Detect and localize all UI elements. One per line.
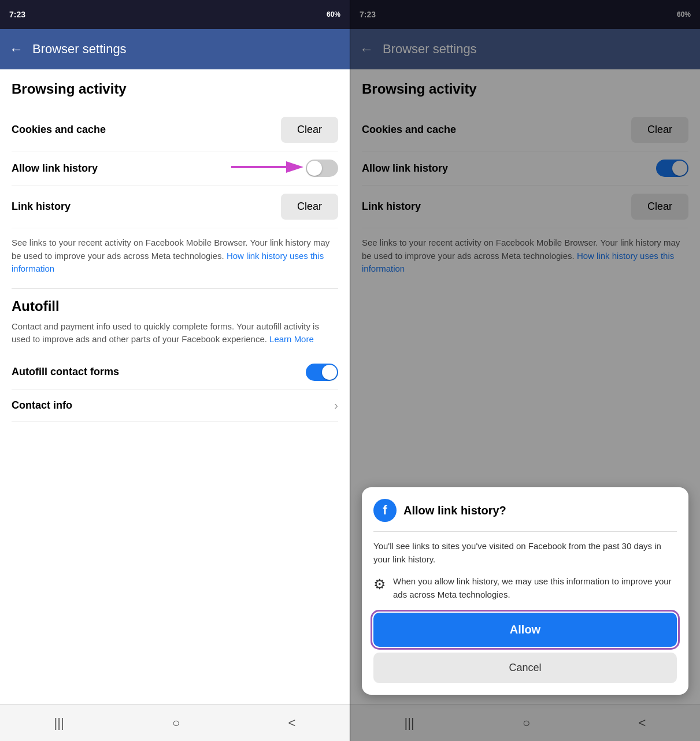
status-bar-left: 7:23 60% — [0, 0, 350, 29]
app-bar-title-left: Browser settings — [32, 42, 127, 57]
divider-left — [12, 288, 338, 289]
arrow-annotation — [231, 155, 306, 181]
allow-button[interactable]: Allow — [373, 613, 677, 647]
left-phone-panel: 7:23 60% ← Browser settings Browsing act… — [0, 0, 350, 741]
right-phone-panel: 7:23 60% ← Browser settings Browsing act… — [350, 0, 700, 741]
dialog-divider — [373, 531, 677, 532]
cookies-clear-btn-left[interactable]: Clear — [281, 117, 338, 143]
autofill-contact-row-left: Autofill contact forms — [12, 355, 338, 390]
nav-bar-left: ||| ○ < — [0, 704, 350, 741]
back-nav-icon-left[interactable]: < — [288, 716, 296, 731]
link-history-clear-row-left: Link history Clear — [12, 186, 338, 228]
battery-left: 60% — [327, 10, 340, 18]
menu-nav-icon-left[interactable]: ||| — [54, 716, 64, 731]
autofill-toggle-thumb-left — [322, 365, 337, 380]
dialog-header: f Allow link history? — [373, 499, 677, 522]
link-history-clear-btn-left[interactable]: Clear — [281, 194, 338, 220]
cookies-row-left: Cookies and cache Clear — [12, 109, 338, 151]
link-history-toggle-row-left: Allow link history — [12, 151, 338, 186]
app-bar-left: ← Browser settings — [0, 29, 350, 69]
link-history-toggle-left[interactable] — [306, 160, 338, 177]
learn-more-link-left[interactable]: Learn More — [269, 334, 314, 344]
browsing-section-title-left: Browsing activity — [12, 81, 338, 97]
home-nav-icon-left[interactable]: ○ — [172, 716, 180, 731]
autofill-toggle-track-left — [306, 364, 338, 381]
dialog-title: Allow link history? — [403, 504, 506, 517]
status-icons-left: 60% — [327, 10, 340, 18]
contact-info-label-left: Contact info — [12, 399, 72, 412]
autofill-toggle-left[interactable] — [306, 364, 338, 381]
autofill-section-title-left: Autofill — [12, 298, 338, 314]
autofill-desc-left: Contact and payment info used to quickly… — [12, 320, 338, 346]
dialog-note-text: When you allow link history, we may use … — [393, 575, 677, 601]
link-history-label-left: Allow link history — [12, 162, 98, 175]
facebook-icon: f — [373, 499, 397, 522]
dialog-note: ⚙ When you allow link history, we may us… — [373, 575, 677, 601]
allow-link-history-dialog: f Allow link history? You'll see links t… — [362, 487, 688, 695]
cancel-button[interactable]: Cancel — [373, 653, 677, 683]
content-left: Browsing activity Cookies and cache Clea… — [0, 69, 350, 704]
dialog-body: You'll see links to sites you've visited… — [373, 540, 677, 566]
link-history-desc-left: See links to your recent activity on Fac… — [12, 228, 338, 284]
link-history-clear-label-left: Link history — [12, 201, 71, 213]
back-button-left[interactable]: ← — [9, 41, 23, 57]
toggle-thumb-left — [307, 161, 322, 176]
contact-info-row-left[interactable]: Contact info › — [12, 390, 338, 422]
gear-icon: ⚙ — [373, 576, 386, 592]
svg-marker-1 — [286, 161, 303, 173]
chevron-icon-left: › — [334, 399, 338, 412]
cookies-label-left: Cookies and cache — [12, 124, 106, 136]
toggle-track-left — [306, 160, 338, 177]
autofill-contact-label-left: Autofill contact forms — [12, 366, 119, 378]
time-left: 7:23 — [9, 10, 25, 19]
